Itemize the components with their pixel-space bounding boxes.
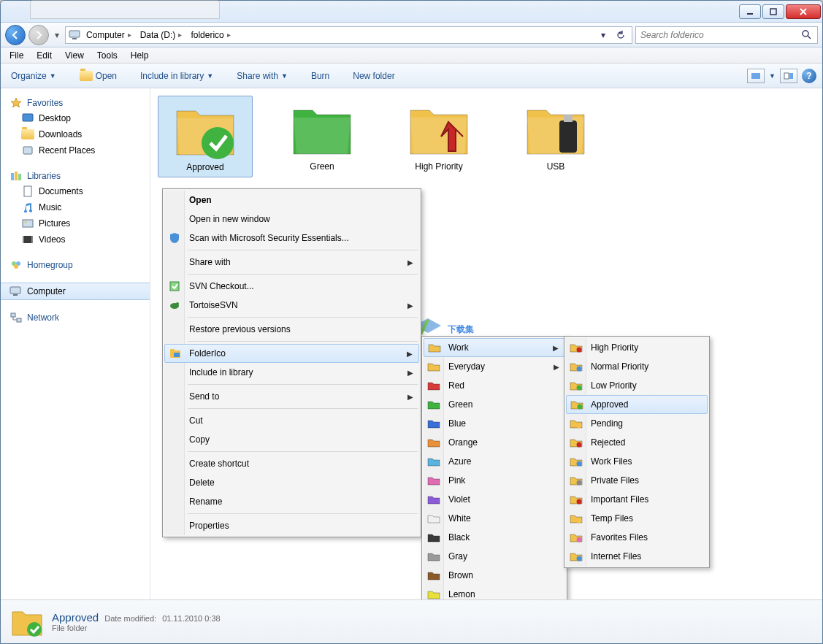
ctx-share-with[interactable]: Share with▶: [164, 253, 419, 272]
search-input[interactable]: [640, 30, 801, 40]
preview-pane-button[interactable]: [780, 69, 797, 83]
submenu-item-everyday[interactable]: Everyday▶: [424, 357, 565, 376]
ctx-svn-checkout[interactable]: SVN Checkout...: [164, 277, 419, 296]
view-mode-button[interactable]: [747, 69, 765, 83]
maximize-button[interactable]: [762, 4, 784, 19]
sidebar-item-recent[interactable]: Recent Places: [1, 142, 150, 158]
submenu-item-internetfiles[interactable]: Internet Files: [566, 547, 708, 566]
ctx-create-shortcut[interactable]: Create shortcut: [164, 454, 419, 473]
menu-tools[interactable]: Tools: [91, 49, 123, 62]
sidebar-homegroup[interactable]: Homegroup: [1, 258, 150, 272]
breadcrumb-folder[interactable]: folderico▸: [188, 27, 234, 43]
sidebar-libraries-header[interactable]: Libraries: [1, 169, 150, 183]
organize-button[interactable]: Organize▼: [7, 68, 61, 84]
sidebar-item-pictures[interactable]: Pictures: [1, 215, 150, 231]
breadcrumb-computer[interactable]: Computer▸: [83, 27, 136, 43]
sidebar-network[interactable]: Network: [1, 310, 150, 325]
ctx-send-to[interactable]: Send to▶: [164, 387, 419, 406]
help-button[interactable]: ?: [802, 69, 816, 83]
include-in-library-button[interactable]: Include in library▼: [136, 68, 218, 84]
address-dropdown[interactable]: ▾: [595, 27, 611, 43]
close-button[interactable]: [786, 4, 821, 19]
submenu-item-approved[interactable]: Approved: [566, 395, 708, 414]
ctx-tortoisesvn[interactable]: TortoiseSVN▶: [164, 296, 419, 315]
chevron-right-icon[interactable]: ▸: [177, 31, 183, 39]
submenu-item-tempfiles[interactable]: Temp Files: [566, 509, 708, 528]
sidebar-computer[interactable]: Computer: [1, 283, 150, 300]
submenu-item-azure[interactable]: Azure: [424, 452, 565, 471]
submenu-item-orange[interactable]: Orange: [424, 433, 565, 452]
menu-file[interactable]: File: [4, 49, 29, 62]
folder-item-green[interactable]: Green: [275, 96, 370, 177]
folder-color-icon: [426, 549, 441, 564]
submenu-item-red[interactable]: Red: [424, 376, 565, 395]
menu-edit[interactable]: Edit: [31, 49, 58, 62]
submenu-item-green[interactable]: Green: [424, 395, 565, 414]
ctx-scan-mse[interactable]: Scan with Microsoft Security Essentials.…: [164, 229, 419, 248]
view-dropdown[interactable]: ▼: [769, 72, 776, 80]
submenu-item-highpriority[interactable]: High Priority: [566, 338, 708, 357]
submenu-item-white[interactable]: White: [424, 509, 565, 528]
submenu-item-importantfiles[interactable]: Important Files: [566, 490, 708, 509]
submenu-item-work[interactable]: Work▶: [424, 338, 565, 357]
folder-badge-icon: [569, 549, 583, 564]
ctx-delete[interactable]: Delete: [164, 473, 419, 492]
ctx-copy[interactable]: Copy: [164, 430, 419, 449]
submenu-item-black[interactable]: Black: [424, 528, 565, 547]
ctx-cut[interactable]: Cut: [164, 411, 419, 430]
back-button[interactable]: [5, 25, 26, 45]
ctx-folderico[interactable]: FolderIco▶: [164, 344, 419, 363]
submenu-item-workfiles[interactable]: Work Files: [566, 452, 708, 471]
sidebar-favorites-header[interactable]: Favorites: [1, 96, 150, 110]
ctx-open-new-window[interactable]: Open in new window: [164, 210, 419, 229]
content-pane[interactable]: ApprovedGreenHigh PriorityUSB 下载集 xzji.c…: [150, 88, 822, 599]
burn-button[interactable]: Burn: [307, 68, 334, 84]
submenu-item-privatefiles[interactable]: Private Files: [566, 471, 708, 490]
submenu-item-normalpriority[interactable]: Normal Priority: [566, 357, 708, 376]
sidebar-item-videos[interactable]: Videos: [1, 231, 150, 248]
submenu-item-violet[interactable]: Violet: [424, 490, 565, 509]
folder-badge-icon: [569, 340, 583, 355]
search-box[interactable]: [635, 26, 818, 44]
chevron-right-icon[interactable]: ▸: [126, 31, 133, 39]
submenu-item-gray[interactable]: Gray: [424, 547, 565, 566]
minimize-button[interactable]: [739, 4, 761, 19]
sidebar-item-desktop[interactable]: Desktop: [1, 110, 150, 126]
folder-item-usb[interactable]: USB: [508, 96, 603, 177]
forward-button[interactable]: [28, 25, 49, 45]
share-with-button[interactable]: Share with▼: [232, 68, 292, 84]
history-dropdown[interactable]: ▾: [52, 27, 62, 43]
refresh-button[interactable]: [613, 27, 629, 43]
sidebar-item-documents[interactable]: Documents: [1, 183, 150, 199]
open-button[interactable]: Open: [75, 68, 121, 84]
search-icon[interactable]: [801, 29, 813, 41]
submenu-item-pending[interactable]: Pending: [566, 414, 708, 433]
sidebar-item-music[interactable]: Music: [1, 199, 150, 215]
new-folder-button[interactable]: New folder: [348, 68, 399, 84]
submenu-item-favoritesfiles[interactable]: Favorites Files: [566, 528, 708, 547]
sidebar-item-downloads[interactable]: Downloads: [1, 126, 150, 142]
submenu-item-brown[interactable]: Brown: [424, 566, 565, 585]
submenu-item-rejected[interactable]: Rejected: [566, 433, 708, 452]
breadcrumb-drive[interactable]: Data (D:)▸: [137, 27, 187, 43]
submenu-item-pink[interactable]: Pink: [424, 471, 565, 490]
ctx-label: Share with: [189, 257, 231, 267]
folder-item-high-priority[interactable]: High Priority: [391, 96, 486, 177]
menu-view[interactable]: View: [59, 49, 90, 62]
ctx-open[interactable]: Open: [164, 191, 419, 210]
ctx-include-library[interactable]: Include in library▶: [164, 363, 419, 382]
ctx-properties[interactable]: Properties: [164, 516, 419, 535]
desktop-icon: [21, 112, 34, 124]
submenu-item-lowpriority[interactable]: Low Priority: [566, 376, 708, 395]
submenu-item-lemon[interactable]: Lemon: [424, 585, 565, 599]
menu-help[interactable]: Help: [125, 49, 155, 62]
ctx-rename[interactable]: Rename: [164, 492, 419, 511]
submenu-item-blue[interactable]: Blue: [424, 414, 565, 433]
svg-rect-3: [72, 38, 77, 39]
chevron-right-icon[interactable]: ▸: [226, 31, 232, 39]
svg-point-4: [803, 31, 808, 37]
folder-item-approved[interactable]: Approved: [158, 96, 253, 177]
ctx-restore-versions[interactable]: Restore previous versions: [164, 320, 419, 339]
address-bar[interactable]: Computer▸ Data (D:)▸ folderico▸ ▾: [65, 26, 632, 44]
folder-badge-icon: [569, 511, 583, 526]
